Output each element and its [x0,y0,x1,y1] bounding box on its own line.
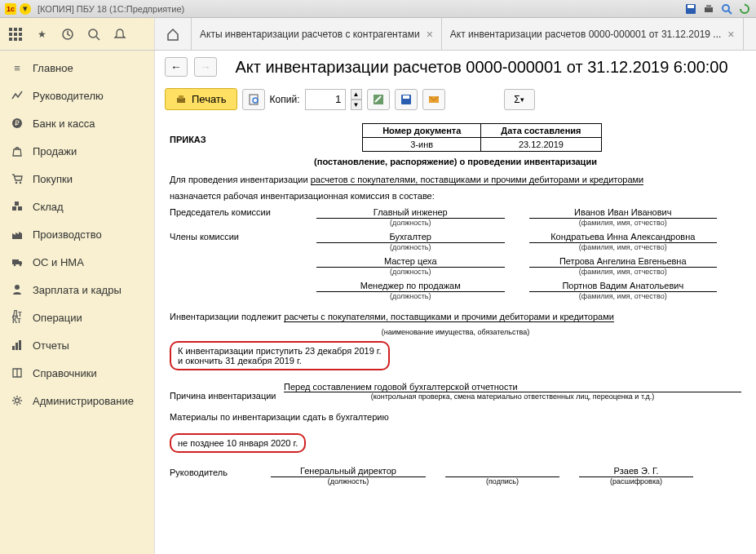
doc-info-table: Номер документаДата составления 3-инв23.… [362,123,601,152]
save-icon[interactable] [684,2,697,16]
sidebar-item-warehouse[interactable]: Склад [0,193,154,220]
action-bar: Печать Копий: ▲▼ Σ ▾ [165,88,746,110]
refresh-icon[interactable] [738,2,751,16]
svg-rect-24 [18,206,22,211]
back-button[interactable]: ← [165,57,188,77]
spin-up[interactable]: ▲ [351,89,362,100]
sidebar-item-catalogs[interactable]: Справочники [0,359,154,387]
edit-button[interactable] [367,89,390,110]
apps-icon[interactable] [8,27,23,42]
hint: (подпись) [445,477,559,485]
sidebar-item-production[interactable]: Производство [0,220,154,248]
subject-hint: (наименование имущества, обязательства) [170,328,741,336]
page-title: Акт инвентаризации расчетов 0000-000001 … [217,58,746,77]
svg-rect-40 [403,95,409,99]
dropdown-icon[interactable]: ▾ [20,3,31,15]
sidebar-item-sales[interactable]: Продажи [0,137,154,165]
svg-point-29 [15,285,20,290]
svg-point-37 [253,98,258,103]
preview-icon [248,94,259,105]
sidebar-item-purchases[interactable]: Покупки [0,165,154,193]
svg-point-4 [723,5,729,11]
signature-line [445,466,559,477]
save-button[interactable] [395,89,418,110]
sidebar-item-label: Банк и касса [33,117,95,130]
close-icon[interactable]: × [727,28,734,41]
copies-label: Копий: [270,94,300,105]
svg-marker-6 [745,3,747,6]
svg-rect-7 [9,28,12,31]
hint: (фамилия, имя, отчество) [529,219,718,227]
sidebar-item-operations[interactable]: ДтКтОперации [0,304,154,331]
role-value: Мастер цеха [316,256,505,268]
tab-document[interactable]: Акт инвентаризации расчетов 0000-000001 … [442,18,744,50]
tab-list[interactable]: Акты инвентаризации расчетов с контраген… [192,18,442,50]
sidebar-item-main[interactable]: ≡Главное [0,54,154,82]
order-title: ПРИКАЗ [170,123,206,144]
commission-member-row: Члены комиссии Бухгалтер(должность) Конд… [170,232,741,251]
head-role: Генеральный директор [271,466,426,477]
bag-icon [10,144,24,158]
tab-home[interactable] [155,18,192,50]
boxes-icon [10,199,24,214]
document-body: ПРИКАЗ Номер документаДата составления 3… [165,122,746,487]
close-icon[interactable]: × [427,28,433,41]
gear-icon [10,393,24,408]
search-icon[interactable] [720,2,733,16]
th-date: Дата составления [481,124,601,138]
sidebar-item-label: Операции [33,312,82,324]
svg-rect-14 [14,38,17,41]
mail-button[interactable] [422,89,445,110]
td-date: 23.12.2019 [481,138,601,152]
hint: (должность) [316,219,505,227]
toolbar-left: ★ [0,18,155,50]
hint: (фамилия, имя, отчество) [529,268,718,276]
tab-label: Акт инвентаризации расчетов 0000-000001 … [450,29,721,40]
sidebar-item-admin[interactable]: Администрирование [0,387,154,414]
role-value: Бухгалтер [316,232,505,243]
print-icon [175,94,187,105]
sidebar-item-salary[interactable]: Зарплата и кадры [0,276,154,304]
sum-button[interactable]: Σ ▾ [504,89,535,110]
tab-label: Акты инвентаризации расчетов с контраген… [200,29,420,40]
forward-button[interactable]: → [194,57,217,77]
name-value: Иванов Иван Иванович [529,207,718,219]
spin-down[interactable]: ▼ [351,100,362,110]
copies-input[interactable] [305,89,346,110]
svg-rect-9 [19,28,22,31]
svg-rect-25 [15,202,19,206]
cart-icon [10,171,24,186]
truck-icon [10,255,24,269]
svg-point-27 [14,264,16,267]
print-icon[interactable] [702,2,715,16]
sidebar-item-assets[interactable]: ОС и НМА [0,248,154,276]
sidebar-item-bank[interactable]: ₽Банк и касса [0,109,154,137]
bell-icon[interactable] [113,27,127,42]
hint: (должность) [316,292,505,300]
book-icon [10,366,24,380]
copies-spinner: ▲▼ [351,89,362,110]
save-icon [400,94,412,105]
edit-icon [373,94,384,105]
svg-rect-15 [19,38,22,41]
period-end: и окончить 31 декабря 2019 г. [178,356,382,366]
commission-chair-row: Председатель комиссии Главный инженер(до… [170,207,741,227]
star-icon[interactable]: ★ [34,27,49,42]
preview-button[interactable] [242,89,265,110]
reason-label: Причина инвентаризации [170,391,284,401]
menu-icon: ≡ [10,60,24,75]
app-1c-icon: 1c [5,3,16,15]
print-button[interactable]: Печать [165,88,237,110]
sidebar-item-label: Склад [33,201,64,213]
sidebar-item-reports[interactable]: Отчеты [0,331,154,359]
sidebar-item-manager[interactable]: Руководителю [0,82,154,109]
svg-point-33 [15,399,20,403]
history-icon[interactable] [60,27,75,42]
svg-rect-11 [14,33,17,36]
name-value: Петрова Ангелина Евгеньевна [529,256,718,268]
person-icon [10,282,24,297]
sidebar-item-label: Производство [33,228,102,241]
svg-point-21 [15,182,17,184]
search-icon[interactable] [86,27,101,42]
hint: (должность) [316,268,505,276]
